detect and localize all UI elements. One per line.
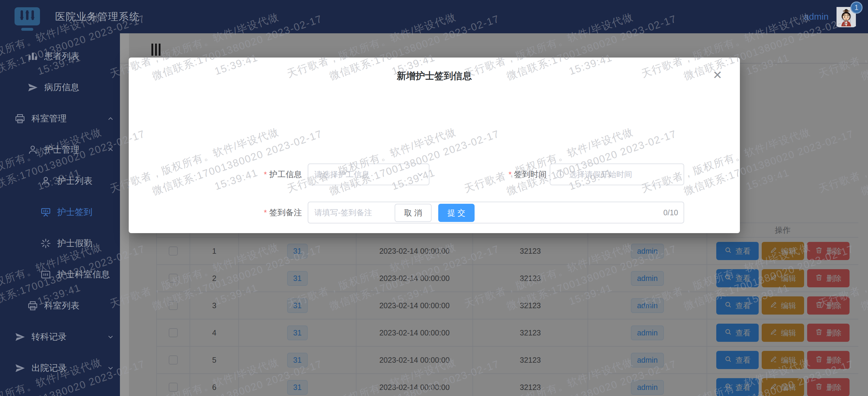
add-sign-in-modal: 新增护士签到信息 ✕ *护工信息 *签到时间 *签到备注 0/10 取 消 bbox=[129, 58, 740, 233]
sidebar-item-护士列表[interactable]: 护士列表 bbox=[0, 165, 120, 197]
notification-badge: 1 bbox=[850, 1, 863, 13]
note-input-box[interactable]: 0/10 bbox=[308, 202, 684, 224]
sidebar-item-label: 护士管理 bbox=[44, 144, 79, 156]
sidebar-item-患者列表[interactable]: 患者列表 bbox=[0, 40, 120, 72]
sidebar-item-label: 患者列表 bbox=[44, 50, 79, 62]
sidebar-item-护士假勤[interactable]: 护士假勤 bbox=[0, 228, 120, 259]
worker-select[interactable] bbox=[308, 164, 430, 185]
note-field-label: *签到备注 bbox=[129, 202, 302, 224]
required-asterisk: * bbox=[508, 170, 512, 179]
sidebar-item-label: 护士签到 bbox=[57, 206, 92, 218]
sidebar-item-科室列表[interactable]: 科室列表 bbox=[0, 290, 120, 321]
sidebar-scroll-gutter bbox=[120, 33, 129, 396]
sidebar-item-护士签到[interactable]: 护士签到 bbox=[0, 197, 120, 228]
sidebar-menu: 患者列表 病历信息 科室管理 护士管理 护士列表 护士签到 护士假勤 护士科室信… bbox=[0, 40, 120, 384]
page-title: 医院业务管理系统 bbox=[55, 0, 140, 33]
time-field-label: *签到时间 bbox=[432, 164, 547, 185]
sidebar: 患者列表 病历信息 科室管理 护士管理 护士列表 护士签到 护士假勤 护士科室信… bbox=[0, 33, 120, 396]
modal-title: 新增护士签到信息 bbox=[129, 70, 740, 82]
send-icon bbox=[14, 331, 26, 342]
user-menu[interactable]: admin bbox=[804, 11, 829, 22]
chevron-down-icon bbox=[106, 364, 115, 372]
sidebar-item-label: 病历信息 bbox=[44, 81, 79, 94]
sidebar-item-label: 出院记录 bbox=[31, 362, 67, 374]
worker-select-input[interactable] bbox=[308, 164, 415, 185]
sidebar-item-label: 护士假勤 bbox=[57, 237, 92, 250]
close-icon[interactable]: ✕ bbox=[711, 68, 724, 82]
top-navbar: 医院业务管理系统 admin bbox=[0, 0, 868, 33]
user-icon bbox=[27, 144, 38, 155]
sidebar-item-出院记录[interactable]: 出院记录 bbox=[0, 353, 120, 384]
chevron-down-icon bbox=[106, 333, 115, 341]
sidebar-item-护士管理[interactable]: 护士管理 bbox=[0, 134, 120, 165]
submit-button[interactable]: 提 交 bbox=[438, 204, 474, 222]
rays-icon bbox=[40, 238, 51, 249]
user-icon bbox=[40, 175, 51, 187]
sidebar-item-科室管理[interactable]: 科室管理 bbox=[0, 103, 120, 134]
sidebar-item-label: 科室管理 bbox=[31, 112, 67, 125]
cancel-button[interactable]: 取 消 bbox=[395, 204, 432, 222]
sidebar-item-label: 科室列表 bbox=[44, 300, 79, 312]
chevron-up-icon bbox=[106, 146, 115, 154]
time-picker-input[interactable] bbox=[569, 164, 684, 185]
chevron-up-icon bbox=[106, 115, 115, 123]
panel-icon bbox=[40, 269, 51, 280]
sidebar-item-label: 护士科室信息 bbox=[57, 268, 110, 280]
monitor-arrows-icon bbox=[13, 4, 42, 30]
board-icon bbox=[40, 207, 51, 218]
required-asterisk: * bbox=[264, 208, 267, 217]
sidebar-item-转科记录[interactable]: 转科记录 bbox=[0, 321, 120, 353]
worker-field-label: *护工信息 bbox=[129, 164, 302, 185]
sidebar-item-护士科室信息[interactable]: 护士科室信息 bbox=[0, 259, 120, 290]
chevron-down-icon bbox=[415, 170, 425, 179]
printer-icon bbox=[27, 300, 38, 311]
cartoon-boy-avatar bbox=[837, 22, 856, 27]
send-icon bbox=[14, 363, 26, 373]
note-input[interactable] bbox=[308, 202, 658, 223]
sidebar-item-病历信息[interactable]: 病历信息 bbox=[0, 72, 120, 103]
required-asterisk: * bbox=[264, 170, 267, 179]
clock-icon bbox=[556, 170, 565, 179]
sidebar-item-label: 转科记录 bbox=[31, 331, 67, 343]
printer-icon bbox=[14, 113, 26, 124]
sidebar-item-label: 护士列表 bbox=[57, 175, 92, 187]
send-icon bbox=[27, 82, 38, 93]
avatar[interactable]: 1 bbox=[837, 7, 856, 26]
char-counter: 0/10 bbox=[663, 208, 678, 217]
app-root: 医院业务管理系统 admin bbox=[0, 0, 868, 396]
time-picker[interactable] bbox=[550, 164, 684, 185]
bar-chart-icon bbox=[27, 51, 38, 62]
